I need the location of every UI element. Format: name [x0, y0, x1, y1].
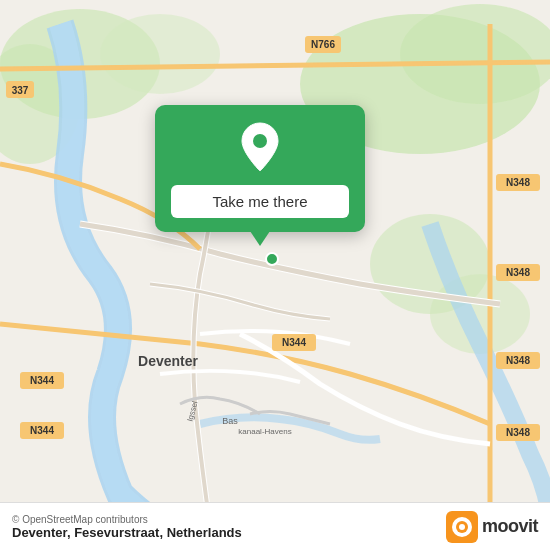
svg-text:N348: N348 [506, 427, 530, 438]
map-container[interactable]: N766 337 N348 N348 N348 N348 N344 N344 N… [0, 0, 550, 550]
location-title: Deventer, Fesevurstraat, Netherlands [12, 525, 242, 540]
location-pin-icon [238, 121, 282, 173]
svg-text:N344: N344 [30, 425, 54, 436]
svg-text:Bas: Bas [222, 416, 238, 426]
osm-credit: © OpenStreetMap contributors [12, 514, 242, 525]
svg-point-5 [100, 14, 220, 94]
svg-text:N348: N348 [506, 355, 530, 366]
take-me-there-button[interactable]: Take me there [171, 185, 349, 218]
svg-text:N348: N348 [506, 177, 530, 188]
moovit-logo: moovit [446, 511, 538, 543]
svg-point-38 [459, 524, 465, 530]
svg-point-34 [253, 134, 267, 148]
svg-text:337: 337 [12, 85, 29, 96]
svg-text:N348: N348 [506, 267, 530, 278]
popup-card: Take me there [155, 105, 365, 232]
svg-text:N344: N344 [282, 337, 306, 348]
svg-text:kanaal-Havens: kanaal-Havens [238, 427, 291, 436]
svg-text:N766: N766 [311, 39, 335, 50]
moovit-brand-icon [446, 511, 478, 543]
svg-text:N344: N344 [30, 375, 54, 386]
moovit-brand-text: moovit [482, 516, 538, 537]
bottom-left: © OpenStreetMap contributors Deventer, F… [12, 514, 242, 540]
svg-text:Deventer: Deventer [138, 353, 198, 369]
svg-point-33 [266, 253, 278, 265]
bottom-bar: © OpenStreetMap contributors Deventer, F… [0, 502, 550, 550]
location-icon-wrapper [236, 123, 284, 171]
map-svg: N766 337 N348 N348 N348 N348 N344 N344 N… [0, 0, 550, 550]
